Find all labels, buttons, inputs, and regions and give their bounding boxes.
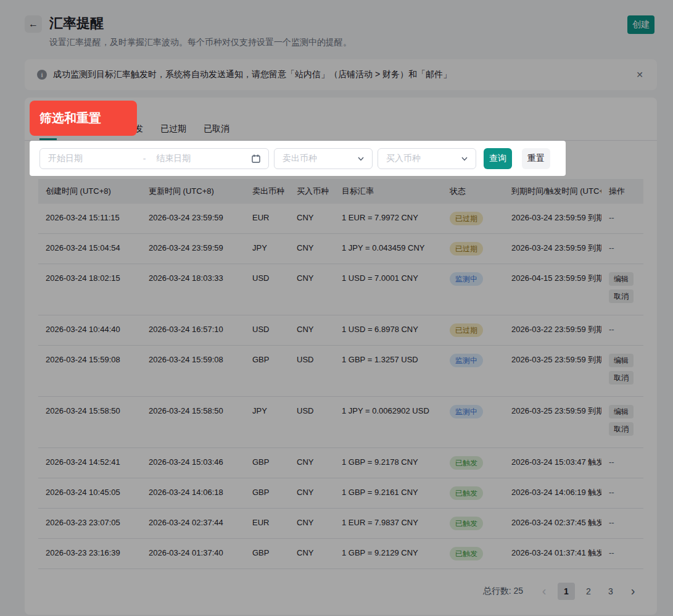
filter-bar: 开始日期 - 结束日期 卖出币种 买入币种 bbox=[30, 141, 566, 176]
buy-currency-select[interactable]: 买入币种 bbox=[378, 148, 476, 169]
end-date-placeholder: 结束日期 bbox=[148, 153, 249, 164]
reset-button[interactable]: 重置 bbox=[522, 148, 550, 169]
date-separator: - bbox=[141, 154, 149, 164]
buy-currency-placeholder: 买入币种 bbox=[378, 153, 461, 164]
dim-overlay bbox=[0, 0, 673, 616]
tour-tooltip: 筛选和重置 bbox=[30, 101, 137, 136]
query-button[interactable]: 查询 bbox=[484, 148, 512, 169]
sell-currency-placeholder: 卖出币种 bbox=[275, 153, 357, 164]
calendar-icon bbox=[251, 154, 261, 164]
sell-currency-select[interactable]: 卖出币种 bbox=[274, 148, 373, 169]
start-date-placeholder: 开始日期 bbox=[40, 153, 141, 164]
date-range-picker[interactable]: 开始日期 - 结束日期 bbox=[39, 148, 269, 169]
chevron-down-icon bbox=[461, 155, 468, 162]
chevron-down-icon bbox=[357, 155, 365, 162]
